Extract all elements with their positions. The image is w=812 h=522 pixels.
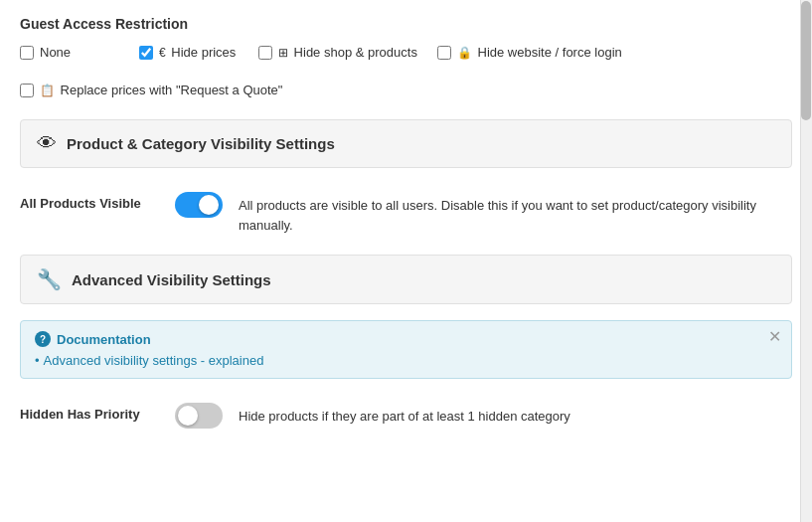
option-hide-prices[interactable]: € Hide prices — [139, 44, 239, 62]
hidden-priority-toggle[interactable] — [175, 403, 223, 429]
option-hide-shop-label: ⊞ Hide shop & products — [278, 44, 417, 62]
hidden-priority-description: Hide products if they are part of at lea… — [239, 403, 792, 427]
euro-icon: € — [159, 46, 166, 60]
wrench-icon: 🔧 — [37, 267, 62, 291]
product-visibility-section: 👁 Product & Category Visibility Settings… — [20, 119, 792, 255]
product-visibility-title: Product & Category Visibility Settings — [67, 135, 335, 152]
doc-link[interactable]: Advanced visibility settings - explained — [35, 353, 777, 368]
hidden-priority-label: Hidden Has Priority — [20, 403, 159, 422]
product-visibility-header: 👁 Product & Category Visibility Settings — [20, 119, 792, 168]
question-icon: ? — [35, 331, 51, 347]
option-replace-prices[interactable]: 📋 Replace prices with "Request a Quote" — [20, 82, 282, 99]
guest-access-title: Guest Access Restriction — [20, 16, 792, 32]
grid-icon: ⊞ — [278, 46, 288, 60]
scrollbar-thumb[interactable] — [801, 1, 811, 120]
all-products-visible-row: All Products Visible All products are vi… — [20, 184, 792, 255]
option-hide-website[interactable]: 🔒 Hide website / force login — [437, 44, 622, 62]
advanced-visibility-section: 🔧 Advanced Visibility Settings ? Documen… — [20, 255, 792, 448]
checkbox-row: None € Hide prices ⊞ Hide shop & product… — [20, 44, 792, 99]
lock-icon: 🔒 — [457, 46, 472, 60]
all-products-visible-toggle[interactable] — [175, 192, 223, 218]
option-none[interactable]: None — [20, 44, 119, 62]
doc-box-title: Documentation — [57, 332, 151, 347]
doc-link-text: Advanced visibility settings - explained — [44, 353, 264, 368]
option-none-label: None — [40, 44, 71, 62]
eye-icon: 👁 — [37, 132, 57, 155]
doc-box-header: ? Documentation — [35, 331, 777, 347]
option-hide-website-label: 🔒 Hide website / force login — [457, 44, 622, 62]
option-hide-shop[interactable]: ⊞ Hide shop & products — [258, 44, 417, 62]
checkbox-none[interactable] — [20, 46, 34, 60]
doc-close-button[interactable]: ✕ — [768, 329, 781, 345]
all-products-visible-label: All Products Visible — [20, 192, 159, 211]
option-hide-prices-label: € Hide prices — [159, 44, 236, 62]
all-products-visible-description: All products are visible to all users. D… — [239, 192, 792, 235]
guest-access-section: Guest Access Restriction None € Hide pri… — [20, 16, 792, 99]
scrollbar[interactable] — [800, 0, 812, 522]
hidden-priority-slider — [175, 403, 223, 429]
checkbox-hide-website[interactable] — [437, 46, 451, 60]
checkbox-hide-prices[interactable] — [139, 46, 153, 60]
advanced-visibility-header: 🔧 Advanced Visibility Settings — [20, 255, 792, 304]
documentation-box: ? Documentation Advanced visibility sett… — [20, 320, 792, 379]
hidden-priority-row: Hidden Has Priority Hide products if the… — [20, 395, 792, 448]
toggle-slider — [175, 192, 223, 218]
advanced-visibility-title: Advanced Visibility Settings — [72, 271, 271, 288]
checkbox-replace-prices[interactable] — [20, 84, 34, 97]
document-icon: 📋 — [40, 84, 55, 97]
option-replace-prices-label: 📋 Replace prices with "Request a Quote" — [40, 82, 282, 99]
checkbox-hide-shop[interactable] — [258, 46, 272, 60]
